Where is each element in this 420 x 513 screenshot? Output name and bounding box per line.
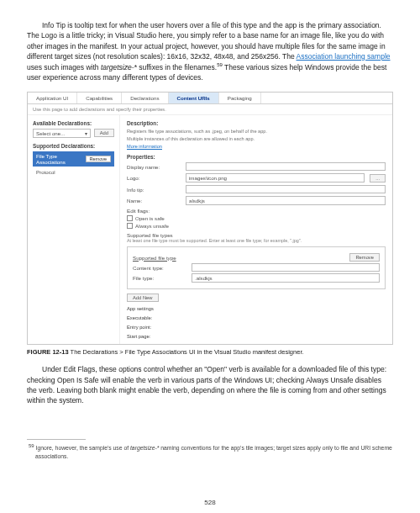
remove-file-type-button[interactable]: Remove [349, 253, 380, 262]
paragraph-2: Under Edit Flags, these options control … [27, 364, 393, 405]
supported-file-type-label: Supported file type [133, 255, 186, 261]
description-line1: Registers file type associations, such a… [127, 129, 386, 135]
tab-capabilities[interactable]: Capabilities [77, 93, 122, 103]
content-type-label: Content type: [133, 265, 186, 271]
content-type-input[interactable] [192, 263, 380, 272]
always-unsafe-label: Always unsafe [135, 223, 169, 229]
tab-packaging[interactable]: Packaging [219, 93, 261, 103]
description-line2: Multiple instances of this declaration a… [127, 136, 386, 142]
edit-flags-label: Edit flags: [127, 208, 181, 214]
add-button[interactable]: Add [94, 129, 114, 137]
figure-number: FIGURE 12-13 [27, 348, 69, 356]
page-hint: Use this page to add declarations and sp… [28, 104, 392, 115]
supported-file-types-heading: Supported file types [127, 232, 181, 238]
infotip-label: Info tip: [127, 187, 181, 193]
fn-a: Ignore, however, the sample's use of [34, 446, 130, 452]
infotip-input[interactable] [186, 185, 386, 193]
logo-label: Logo: [127, 175, 181, 181]
more-information-link[interactable]: More information [127, 144, 386, 149]
page-number: 528 [0, 499, 420, 506]
open-is-safe-checkbox[interactable]: Open is safe [127, 215, 386, 221]
start-page-label: Start page: [127, 334, 386, 339]
footnote-ref-59: 59 [217, 62, 223, 67]
tab-declarations[interactable]: Declarations [122, 93, 168, 103]
fn-i: targetsize-* [130, 446, 159, 452]
declarations-left-panel: Available Declarations: Select one... ▾ … [28, 115, 120, 345]
decl-label: File Type Associations [36, 153, 86, 165]
paragraph-1: Info Tip is tooltip text for when the us… [27, 20, 393, 83]
p1-i: targetsize-* [101, 63, 137, 71]
remove-button[interactable]: Remove [86, 156, 111, 162]
figure-caption: FIGURE 12-13 The Declarations > File Typ… [27, 348, 393, 356]
supported-file-types-note: At least one file type must be supported… [127, 238, 386, 243]
display-name-label: Display name: [127, 164, 181, 170]
association-sample-link[interactable]: Association launching sample [297, 52, 391, 61]
checkbox-box [127, 215, 133, 221]
chevron-down-icon: ▾ [85, 130, 87, 136]
tab-bar: Application UI Capabilities Declarations… [28, 93, 392, 104]
logo-input[interactable]: images\icon.png [186, 173, 365, 182]
manifest-designer-screenshot: Application UI Capabilities Declarations… [27, 92, 393, 346]
available-declarations-select[interactable]: Select one... ▾ [33, 129, 91, 138]
declarations-right-panel: Description: Registers file type associa… [120, 115, 392, 345]
available-declarations-label: Available Declarations: [33, 120, 114, 126]
entry-point-label: Entry point: [127, 325, 386, 330]
open-is-safe-label: Open is safe [135, 215, 165, 221]
declaration-item-protocol[interactable]: Protocol [33, 167, 114, 177]
add-new-button[interactable]: Add New [127, 294, 159, 302]
p1-c: suffixes in the filenames. [137, 63, 217, 71]
footnote-59: 59 Ignore, however, the sample's use of … [27, 443, 393, 460]
file-type-input[interactable]: .alsdkjs [192, 273, 380, 283]
name-input[interactable]: alsdkjs [186, 196, 386, 205]
executable-label: Executable: [127, 315, 386, 320]
tab-content-uris[interactable]: Content URIs [169, 93, 219, 103]
app-settings-heading: App settings [127, 306, 386, 311]
display-name-input[interactable] [186, 162, 386, 171]
checkbox-box [127, 223, 133, 229]
logo-browse-button[interactable]: ... [370, 174, 386, 182]
declaration-item-file-type-associations[interactable]: File Type Associations Remove [33, 151, 114, 167]
tab-application-ui[interactable]: Application UI [28, 93, 77, 103]
p1-b: uses such images with [27, 63, 101, 71]
always-unsafe-checkbox[interactable]: Always unsafe [127, 223, 386, 229]
supported-declarations-label: Supported Declarations: [33, 143, 114, 149]
footnote-rule [27, 439, 86, 440]
footnote-number: 59 [29, 443, 34, 448]
name-label: Name: [127, 198, 181, 204]
file-type-label: File type: [133, 275, 186, 281]
description-heading: Description: [127, 120, 386, 126]
properties-heading: Properties: [127, 154, 386, 160]
select-placeholder: Select one... [36, 130, 65, 136]
supported-file-type-group: Supported file type Remove Content type:… [127, 246, 386, 289]
figure-text: The Declarations > File Type Association… [69, 348, 304, 356]
decl-label: Protocol [36, 169, 55, 175]
